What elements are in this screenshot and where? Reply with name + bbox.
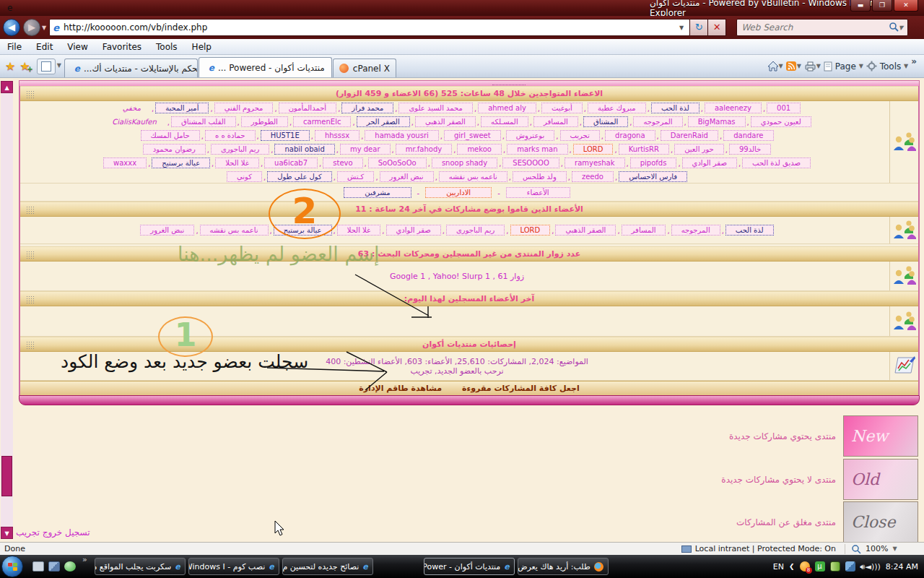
- section-header-guests[interactable]: عدد زوار المنتدى من غير المسجلين ومحركات…: [20, 246, 918, 262]
- menu-file[interactable]: File: [0, 42, 29, 52]
- tab-list-dropdown-icon[interactable]: ▼: [57, 62, 61, 69]
- member-name[interactable]: ناعمه بس نقشه: [200, 225, 269, 236]
- member-name[interactable]: mr.fahody: [396, 144, 452, 155]
- start-button[interactable]: [1, 556, 23, 577]
- member-name[interactable]: marks man: [507, 144, 567, 155]
- menu-edit[interactable]: Edit: [29, 42, 60, 52]
- member-name[interactable]: حامل المسك: [141, 130, 200, 141]
- member-name[interactable]: محمد السيد علوى: [398, 103, 472, 113]
- member-name[interactable]: أبوغيث: [541, 103, 583, 113]
- menu-view[interactable]: View: [60, 42, 95, 52]
- scrollbar-thumb[interactable]: [1, 456, 12, 496]
- member-name[interactable]: المسافر: [533, 116, 578, 127]
- refresh-button[interactable]: ↻: [690, 19, 708, 36]
- member-name[interactable]: أمير المحبة: [155, 103, 209, 113]
- rss-icon[interactable]: ▼: [786, 61, 801, 72]
- member-name[interactable]: SESOOOO: [502, 158, 559, 168]
- battery-tray-icon[interactable]: [830, 561, 840, 571]
- member-name[interactable]: كـتش: [337, 171, 374, 182]
- back-button[interactable]: ◀: [3, 19, 20, 36]
- member-name[interactable]: محمد فراز: [341, 103, 393, 113]
- member-name[interactable]: SoOoSoOo: [368, 158, 427, 168]
- member-name[interactable]: pipofds: [630, 158, 677, 168]
- antivirus-tray-icon[interactable]: [800, 561, 810, 571]
- member-name[interactable]: dragona: [605, 130, 655, 141]
- member-name[interactable]: snoop shady: [432, 158, 497, 168]
- taskbar-window-5[interactable]: طلب: أريد هاك يعرض أخ...: [518, 558, 609, 575]
- menu-help[interactable]: Help: [185, 42, 219, 52]
- taskbar-window-3[interactable]: eنصائح جديده لتحسين م...: [282, 558, 373, 575]
- tab-2[interactable]: eمنتديات أكوان - Powered ...✕: [199, 57, 332, 77]
- member-name[interactable]: BigMamas: [688, 116, 746, 127]
- member-name[interactable]: aaleenezy: [705, 103, 762, 113]
- member-name[interactable]: nabil obaid: [274, 144, 334, 155]
- member-name[interactable]: حمادة ه ه: [205, 130, 256, 141]
- collapse-icon[interactable]: [26, 251, 34, 259]
- page-scrollbar[interactable]: ▲ ▼: [1, 81, 13, 539]
- member-name[interactable]: stevo: [323, 158, 362, 168]
- member-name[interactable]: الصقر الذهبي: [415, 116, 476, 127]
- section-header-posted24[interactable]: الأعضاء الذين قاموا بوضع مشاركات في آخر …: [20, 202, 918, 217]
- collapse-icon[interactable]: [26, 90, 34, 98]
- member-name[interactable]: غلا الحلا: [337, 225, 381, 236]
- member-name[interactable]: تجريب: [560, 130, 600, 141]
- member-name[interactable]: HU5T1E: [261, 130, 310, 141]
- switch-windows-icon[interactable]: [48, 561, 60, 571]
- member-name[interactable]: LORD: [510, 225, 551, 236]
- minimize-button[interactable]: ▬: [850, 0, 871, 12]
- show-desktop-icon[interactable]: [32, 561, 44, 571]
- mark-read-link[interactable]: اجعل كافة المشاركات مقروءة: [462, 384, 580, 393]
- add-favorite-icon[interactable]: ★: [19, 59, 30, 73]
- taskbar-window-4[interactable]: eمنتديات أكوان - Power...: [424, 558, 515, 575]
- member-name[interactable]: 001: [767, 103, 801, 113]
- scroll-down-button[interactable]: ▼: [1, 527, 13, 539]
- member-name[interactable]: ولد طلحس: [513, 171, 567, 182]
- tab-3[interactable]: cPanel X: [333, 59, 396, 77]
- scroll-up-button[interactable]: ▲: [1, 81, 13, 93]
- tools-menu[interactable]: Tools ▼: [866, 61, 908, 72]
- member-name[interactable]: صقر الوادي: [386, 225, 441, 236]
- address-field[interactable]: e http://kooooon.com/vb/index.php ▼: [49, 19, 690, 36]
- collapse-icon[interactable]: [26, 296, 34, 303]
- member-name[interactable]: غلا الحلا: [215, 158, 259, 168]
- print-icon[interactable]: ▼: [804, 61, 821, 72]
- member-name[interactable]: الصقر الحر: [357, 116, 410, 127]
- network-tray-icon[interactable]: [845, 561, 855, 571]
- member-name[interactable]: waxxx: [103, 158, 147, 168]
- zoom-level[interactable]: 100%: [866, 544, 888, 553]
- member-name[interactable]: LORD: [573, 144, 614, 155]
- zoom-dropdown-icon[interactable]: ▼: [892, 545, 897, 552]
- member-name[interactable]: KurtisRR: [619, 144, 669, 155]
- member-name[interactable]: المسافر: [622, 225, 666, 236]
- language-indicator[interactable]: EN: [773, 562, 784, 571]
- stop-button[interactable]: ✕: [708, 19, 726, 36]
- restore-button[interactable]: ❐: [872, 0, 892, 12]
- quicklaunch-overflow-icon[interactable]: »: [82, 555, 87, 564]
- member-name[interactable]: عيالة برستيج: [274, 225, 332, 236]
- volume-tray-icon[interactable]: 🔊︎◄))): [860, 562, 881, 571]
- member-name[interactable]: كوني: [227, 171, 262, 182]
- page-menu[interactable]: Page ▼: [824, 61, 863, 72]
- member-name[interactable]: ريم الباجورى: [446, 225, 505, 236]
- member-name[interactable]: لعيون حمودي: [751, 116, 811, 127]
- member-name[interactable]: CialisKaufen: [103, 117, 166, 126]
- member-name[interactable]: كول علي طول: [267, 171, 332, 182]
- member-name[interactable]: zeedo: [572, 171, 614, 182]
- close-button[interactable]: ✕: [894, 0, 918, 12]
- member-name[interactable]: ناعمه بس نقشه: [439, 171, 507, 182]
- address-dropdown-icon[interactable]: ▼: [676, 25, 687, 31]
- command-overflow-icon[interactable]: »: [911, 56, 917, 66]
- member-name[interactable]: المرجوجه: [671, 225, 720, 236]
- member-name[interactable]: فارس الاحساس: [619, 171, 687, 182]
- section-header-statistics[interactable]: إحصائيات منتديات أكوان: [20, 337, 918, 352]
- member-name[interactable]: مبروك عطية: [588, 103, 646, 113]
- tray-expand-icon[interactable]: ❮: [789, 563, 795, 570]
- member-name[interactable]: ريم الباجورى: [211, 144, 269, 155]
- member-name[interactable]: محروم الفني: [214, 103, 274, 113]
- quick-tabs-button[interactable]: [37, 59, 56, 74]
- member-name[interactable]: صقر الوادي: [682, 158, 737, 168]
- member-name[interactable]: my dear: [340, 144, 391, 155]
- member-name[interactable]: المرجوجه: [633, 116, 682, 127]
- member-name[interactable]: أحمدالمأمون: [279, 103, 337, 113]
- member-name[interactable]: carmenElc: [293, 116, 351, 127]
